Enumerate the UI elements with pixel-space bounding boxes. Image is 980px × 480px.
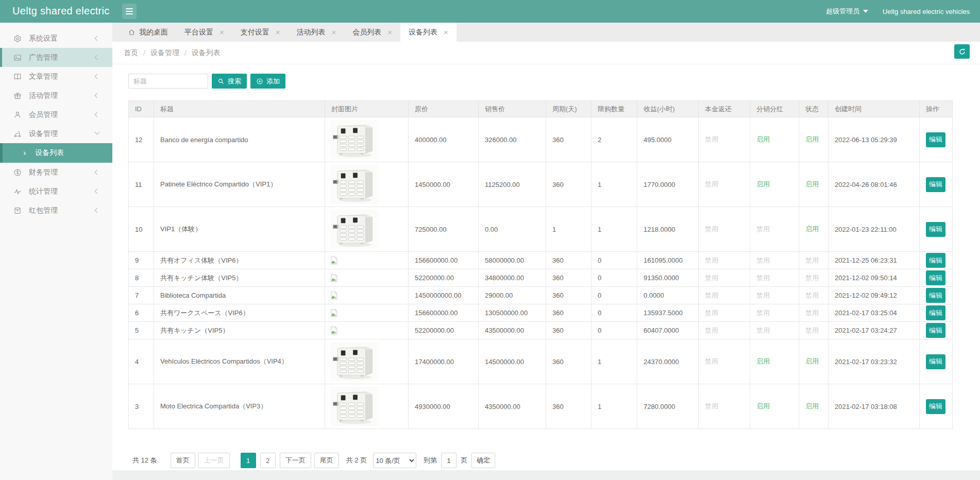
cell-sale-price: 43500000.00 (479, 322, 546, 339)
edit-button[interactable]: 编辑 (926, 354, 945, 369)
cell-distribution: 禁用 (750, 287, 799, 304)
tab-my-desktop[interactable]: 我的桌面 (120, 23, 176, 42)
sidebar-item-device-list[interactable]: ›设备列表 (0, 143, 112, 163)
device-table: ID标题封面图片原价销售价周期(天)限购数量收益(小时)本金返还分销分红状态创建… (128, 100, 953, 429)
next-page-button[interactable]: 下一页 (280, 453, 311, 468)
cell-title: Vehículos Eléctricos Compartidos（VIP4） (154, 339, 325, 384)
cell-status: 禁用 (799, 269, 829, 287)
column-header: 销售价 (479, 101, 546, 117)
cell-distribution: 启用 (750, 384, 799, 429)
cell-original-price: 1450000.00 (409, 162, 479, 207)
breadcrumb-link[interactable]: 首页 (124, 48, 138, 58)
cell-period: 360 (546, 162, 592, 207)
cell-income: 60407.0000 (637, 322, 699, 339)
cell-principal-return: 禁用 (699, 384, 750, 429)
table-row: 4Vehículos Eléctricos Compartidos（VIP4）1… (129, 339, 953, 384)
last-page-button[interactable]: 尾页 (314, 453, 339, 468)
refresh-button[interactable] (954, 44, 970, 59)
cell-created-at: 2022-04-26 08:01:46 (829, 162, 920, 207)
broken-image-icon (330, 326, 339, 335)
page-size-select[interactable]: 10 条/页 (373, 453, 416, 468)
cell-purchase-limit: 0 (592, 269, 637, 287)
cell-distribution: 禁用 (750, 207, 799, 252)
gift-icon (13, 92, 22, 100)
cell-action: 编辑 (920, 304, 953, 322)
tab-device-list[interactable]: 设备列表× (400, 23, 457, 42)
pagination-total: 共 12 条 (132, 456, 157, 465)
pagination: 共 12 条首页上一页12下一页尾页共 2 页10 条/页到第页确定 (132, 453, 980, 468)
confirm-button[interactable]: 确定 (471, 453, 495, 468)
edit-button[interactable]: 编辑 (926, 305, 945, 320)
cell-title: Patinete Eléctrico Compartido（VIP1） (154, 162, 325, 207)
cell-income: 135937.5000 (637, 304, 699, 322)
search-input[interactable] (128, 74, 208, 89)
edit-button[interactable]: 编辑 (926, 270, 945, 285)
hamburger-menu-icon[interactable] (122, 4, 137, 19)
close-icon[interactable]: × (219, 28, 224, 36)
device-photo (330, 165, 379, 204)
cell-sale-price: 130500000.00 (479, 304, 546, 322)
add-button[interactable]: 添加 (250, 74, 285, 89)
sidebar-item-article-management[interactable]: 文章管理 (0, 67, 112, 86)
edit-button[interactable]: 编辑 (926, 177, 945, 192)
cell-created-at: 2022-06-13 05:29:39 (829, 117, 920, 162)
chevron-left-icon (95, 55, 100, 60)
image-icon (13, 54, 22, 62)
tab-member-list[interactable]: 会员列表× (344, 23, 400, 42)
page-unit-label: 页 (461, 456, 467, 465)
cell-principal-return: 禁用 (699, 269, 750, 287)
first-page-button[interactable]: 首页 (171, 453, 195, 468)
red-envelope-icon (13, 207, 22, 215)
table-row: 11Patinete Eléctrico Compartido（VIP1）145… (129, 162, 953, 207)
table-row: 10VIP1（体験）725000.000.00111218.0000禁用禁用启用… (129, 207, 953, 252)
tab-bar: 我的桌面平台设置×支付设置×活动列表×会员列表×设备列表× (112, 23, 980, 42)
table-row: 9共有オフィス体験（VIP6）156600000.0058000000.0036… (129, 252, 953, 269)
topbar-right: 超级管理员 Ueltg shared electric vehicles (826, 0, 970, 23)
pulse-icon (13, 187, 22, 196)
tab-activity-list[interactable]: 活动列表× (289, 23, 345, 42)
cell-action: 编辑 (920, 322, 953, 339)
close-icon[interactable]: × (387, 28, 392, 36)
edit-button[interactable]: 编辑 (926, 288, 945, 303)
sidebar-item-ad-management[interactable]: 广告管理 (0, 48, 112, 67)
chevron-left-icon (95, 112, 100, 117)
sidebar-item-device-management[interactable]: 设备管理 (0, 124, 112, 143)
cell-principal-return: 禁用 (699, 117, 750, 162)
sidebar-item-redpacket-management[interactable]: 红包管理 (0, 201, 112, 220)
tab-payment-settings[interactable]: 支付设置× (232, 23, 289, 42)
sidebar-item-finance-management[interactable]: 财务管理 (0, 163, 112, 182)
close-icon[interactable]: × (444, 28, 448, 36)
cell-title: 共有オフィス体験（VIP6） (154, 252, 325, 269)
page-button-2[interactable]: 2 (260, 453, 276, 468)
cell-status: 启用 (799, 162, 829, 207)
sidebar-item-activity-management[interactable]: 活动管理 (0, 86, 112, 105)
cell-period: 360 (546, 269, 592, 287)
sidebar-item-system-settings[interactable]: 系统设置 (0, 29, 112, 48)
sidebar-item-label: 文章管理 (29, 72, 58, 81)
breadcrumb-link[interactable]: 设备管理 (150, 48, 179, 58)
cell-status: 禁用 (799, 322, 829, 339)
edit-button[interactable]: 编辑 (926, 132, 945, 147)
edit-button[interactable]: 编辑 (926, 222, 945, 237)
cell-principal-return: 禁用 (699, 304, 750, 322)
edit-button[interactable]: 编辑 (926, 253, 945, 268)
cell-status: 禁用 (799, 287, 829, 304)
close-icon[interactable]: × (332, 28, 336, 36)
cell-period: 360 (546, 322, 592, 339)
edit-button[interactable]: 编辑 (926, 323, 945, 338)
cell-id: 6 (129, 304, 154, 322)
cell-cover-image (325, 304, 409, 322)
sidebar-item-stats-management[interactable]: 统计管理 (0, 182, 112, 201)
plus-circle-icon (256, 78, 263, 85)
search-button[interactable]: 搜索 (212, 74, 247, 89)
close-icon[interactable]: × (276, 28, 280, 36)
column-header: 操作 (920, 101, 953, 117)
admin-dropdown[interactable]: 超级管理员 (826, 7, 868, 16)
page-button-1[interactable]: 1 (241, 453, 256, 468)
goto-page-input[interactable] (441, 453, 457, 468)
cell-title: Banco de energía compartido (154, 117, 325, 162)
tab-platform-settings[interactable]: 平台设置× (176, 23, 232, 42)
edit-button[interactable]: 编辑 (926, 399, 945, 414)
cell-cover-image (325, 207, 409, 252)
sidebar-item-member-management[interactable]: 会员管理 (0, 105, 112, 124)
